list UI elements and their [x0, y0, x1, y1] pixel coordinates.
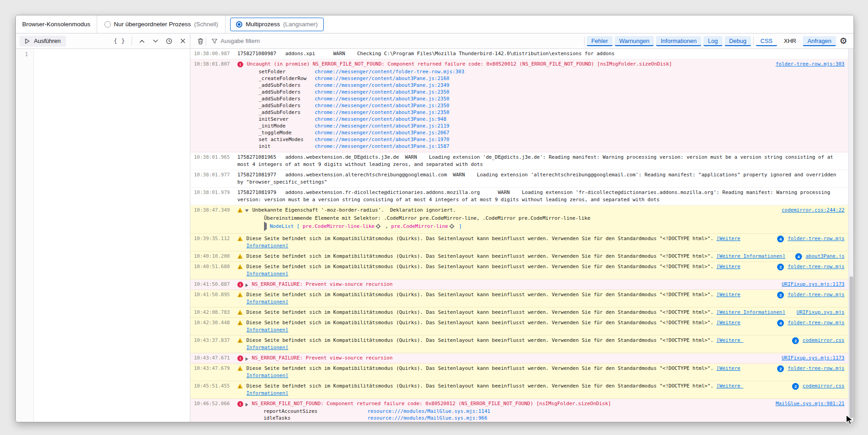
error-icon: !	[237, 282, 243, 288]
warning-icon	[237, 264, 243, 269]
filter-button-informationen[interactable]: Informationen	[656, 36, 701, 46]
learn-more-link[interactable]: [Weitere	[717, 365, 741, 371]
function-name: _addSubFolders	[259, 109, 315, 116]
log-message: 1758271081979 addons.webextension.fr-dic…	[237, 189, 844, 203]
learn-more-link[interactable]: [Weitere	[717, 320, 741, 326]
chevron-up-icon[interactable]	[138, 38, 146, 45]
frame-link[interactable]: resource:///modules/MailGlue.sys.mjs:966	[368, 415, 491, 421]
separator	[753, 37, 754, 46]
learn-more-link[interactable]: [Weitere	[717, 264, 741, 270]
row-meta: 4folder-tree-row.mjs	[773, 235, 844, 242]
frame-link[interactable]: chrome://messenger/content/about3Pane.js…	[315, 109, 464, 116]
error-icon: !	[237, 401, 243, 407]
source-link[interactable]: folder-tree-row.mjs	[788, 235, 844, 242]
clear-output-icon[interactable]	[197, 38, 204, 45]
source-link[interactable]: codemirror.css	[802, 383, 844, 390]
quirks-warning-body: Diese Seite befindet sich im Kompatibili…	[246, 365, 769, 379]
source-link[interactable]: URIFixup.sys.mjs:1173	[782, 281, 844, 288]
learn-more-link[interactable]: Informationen]	[246, 271, 288, 277]
radio-unselected-icon[interactable]	[104, 21, 111, 28]
source-link[interactable]: folder-tree-row.mjs	[788, 319, 844, 326]
log-message: 1758271081977 addons.webextension.altere…	[237, 171, 844, 186]
console-output[interactable]: 10:38:00.9871758271080987 addons.xpi WAR…	[190, 49, 854, 422]
editor-input[interactable]	[34, 49, 190, 422]
twisty-collapsed-icon[interactable]	[264, 222, 267, 231]
chevron-down-icon[interactable]	[152, 38, 159, 45]
source-link[interactable]: folder-tree-row.mjs	[788, 365, 844, 372]
source-link[interactable]: codemirror.css:244:22	[782, 207, 844, 214]
stack-frame: _toggleModechrome://messenger/content/ab…	[259, 129, 464, 136]
inspect-icon[interactable]	[449, 224, 454, 231]
frame-link[interactable]: chrome://messenger/content/about3Pane.js…	[315, 143, 464, 150]
mode-option-parent-process[interactable]: Nur übergeordneter Prozess (Schnell)	[97, 15, 226, 33]
nodelist-item[interactable]: pre.CodeMirror-line-like	[302, 223, 374, 229]
filter-button-css[interactable]: CSS	[756, 36, 777, 46]
timestamp: 10:41:50.895	[194, 291, 234, 298]
filter-input[interactable]	[221, 38, 584, 44]
scrollbar-thumb[interactable]	[849, 276, 853, 418]
twisty-expanded-icon[interactable]	[245, 209, 249, 212]
source-link[interactable]: codemirror.css	[802, 337, 844, 344]
frame-link[interactable]: chrome://messenger/content/about3Pane.js…	[315, 82, 464, 89]
console-row: 10:38:01.807!Uncaught (in promise) NS_ER…	[190, 59, 848, 152]
learn-more-link[interactable]: Informationen]	[246, 373, 288, 378]
filter-button-xhr[interactable]: XHR	[779, 36, 801, 46]
source-link[interactable]: MailGlue.sys.mjs:981:21	[776, 400, 844, 407]
source-link[interactable]: folder-tree-row.mjs	[788, 291, 844, 298]
frame-link[interactable]: chrome://messenger/content/folder-tree-r…	[315, 68, 464, 75]
frame-link[interactable]: chrome://messenger/content/about3Pane.js…	[315, 95, 464, 102]
timestamp: 10:43:47.679	[194, 365, 234, 372]
learn-more-link[interactable]: [Weitere Informationen]	[717, 309, 785, 315]
twisty-collapsed-icon[interactable]	[245, 284, 248, 287]
nodelist-item[interactable]: pre.CodeMirror-line	[391, 223, 448, 229]
console-row: 10:43:47.679Diese Seite befindet sich im…	[190, 364, 848, 381]
source-link[interactable]: URIFixup.sys.mjs:1173	[782, 355, 844, 362]
source-link[interactable]: about3Pane.js	[806, 253, 844, 260]
run-button[interactable]: Ausführen	[19, 36, 66, 47]
mode-option-hint: (Schnell)	[194, 21, 218, 28]
history-icon[interactable]	[165, 38, 173, 45]
learn-more-link[interactable]: [Weitere	[717, 236, 741, 241]
frame-link[interactable]: resource:///modules/MailGlue.sys.mjs:114…	[368, 408, 491, 415]
row-icons	[237, 365, 243, 371]
filter-button-warnungen[interactable]: Warnungen	[615, 36, 654, 46]
output-scrollbar[interactable]	[848, 49, 854, 422]
filter-button-log[interactable]: Log	[703, 36, 722, 46]
filter-button-debug[interactable]: Debug	[725, 36, 751, 46]
frame-link[interactable]: chrome://messenger/content/about3Pane.js…	[315, 116, 464, 123]
filter-button-anfragen[interactable]: Anfragen	[803, 36, 836, 46]
pretty-print-icon[interactable]: { }	[113, 38, 125, 44]
mode-option-multiprocess[interactable]: Multiprozess (Langsamer)	[230, 18, 323, 31]
warning-icon	[237, 310, 243, 315]
settings-gear-icon[interactable]: ⚙	[840, 37, 847, 45]
learn-more-link[interactable]: [Weitere	[717, 292, 741, 298]
close-editor-icon[interactable]	[179, 38, 186, 45]
function-name: init	[259, 143, 315, 150]
twisty-collapsed-icon[interactable]	[245, 403, 248, 407]
console-row: 10:46:52.066!NS_ERROR_FILE_NOT_FOUND: Co…	[190, 399, 848, 422]
source-link[interactable]: folder-tree-row.mjs	[788, 263, 844, 270]
source-link[interactable]: folder-tree-row.mjs:303	[776, 61, 844, 68]
row-meta: codemirror.css:244:22	[777, 207, 844, 214]
learn-more-link[interactable]: Informationen]	[246, 327, 288, 333]
console-row: 10:40:10.200Diese Seite befindet sich im…	[190, 251, 848, 262]
warning-icon	[237, 338, 243, 343]
filter-button-fehler[interactable]: Fehler	[587, 36, 613, 46]
timestamp: 10:38:01.977	[194, 171, 234, 179]
frame-link[interactable]: chrome://messenger/content/about3Pane.js…	[315, 89, 464, 95]
learn-more-link[interactable]: Informationen]	[246, 243, 288, 249]
learn-more-link[interactable]: [Weitere Informationen]	[717, 253, 785, 259]
frame-link[interactable]: chrome://messenger/content/about3Pane.js…	[315, 136, 464, 143]
frame-link[interactable]: chrome://messenger/content/about3Pane.js…	[315, 102, 464, 109]
frame-link[interactable]: chrome://messenger/content/about3Pane.js…	[315, 75, 464, 82]
learn-more-link[interactable]: Informationen]	[246, 299, 288, 305]
source-link[interactable]: URIFixup.sys.mjs	[797, 309, 844, 316]
inspect-icon[interactable]	[376, 224, 381, 231]
nodelist-label[interactable]: NodeList	[270, 223, 294, 229]
twisty-collapsed-icon[interactable]	[245, 357, 248, 361]
frame-link[interactable]: chrome://messenger/content/about3Pane.js…	[315, 129, 464, 136]
frame-link[interactable]: chrome://messenger/content/about3Pane.js…	[315, 123, 464, 129]
radio-selected-icon[interactable]	[236, 21, 242, 28]
row-meta: 4about3Pane.js	[791, 253, 844, 260]
frame-link[interactable]: resource:///modules/MailGlue.sys.mjs:979	[368, 421, 491, 422]
